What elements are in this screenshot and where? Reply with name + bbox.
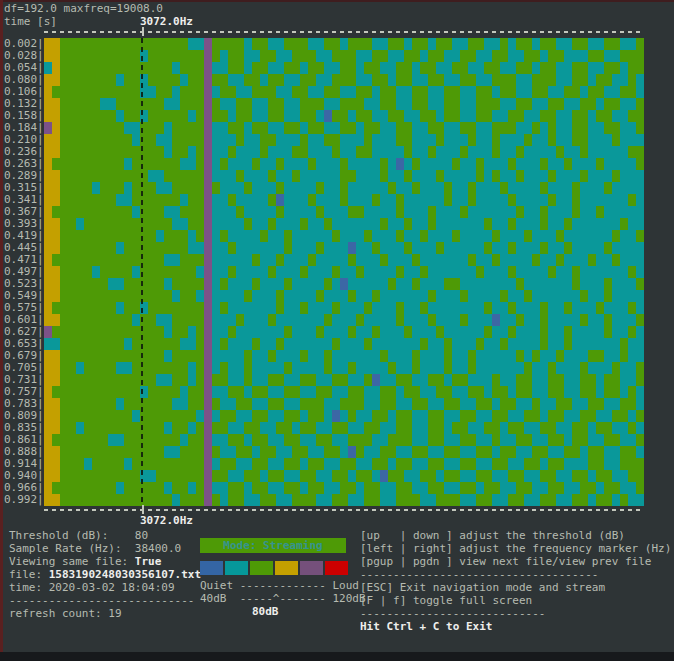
spectrogram-cell bbox=[364, 422, 372, 434]
spectrogram-cell bbox=[564, 98, 572, 110]
spectrogram-cell bbox=[340, 242, 348, 254]
spectrogram-cell bbox=[540, 350, 548, 362]
spectrogram-cell bbox=[516, 326, 524, 338]
spectrogram-cell bbox=[500, 50, 508, 62]
spectrogram-cell bbox=[564, 434, 572, 446]
spectrogram-cell bbox=[172, 74, 180, 86]
spectrogram-cell bbox=[500, 218, 508, 230]
spectrogram-cell bbox=[308, 482, 316, 494]
spectrogram-cell bbox=[364, 494, 372, 506]
spectrogram-cell bbox=[84, 230, 92, 242]
spectrogram-cell bbox=[188, 350, 196, 362]
spectrogram-cell bbox=[620, 194, 628, 206]
spectrogram-cell bbox=[324, 50, 332, 62]
spectrogram-cell bbox=[372, 386, 380, 398]
spectrogram-cell bbox=[228, 338, 236, 350]
spectrogram-cell bbox=[116, 98, 124, 110]
spectrogram-cell bbox=[524, 434, 532, 446]
spectrogram-cell bbox=[420, 158, 428, 170]
spectrogram-cell bbox=[540, 386, 548, 398]
spectrogram-cell bbox=[84, 470, 92, 482]
spectrogram-cell bbox=[564, 122, 572, 134]
spectrogram-cell bbox=[612, 350, 620, 362]
spectrogram-cell bbox=[84, 386, 92, 398]
spectrogram-cell bbox=[572, 50, 580, 62]
spectrogram-cell bbox=[148, 182, 156, 194]
spectrogram-cell bbox=[76, 470, 84, 482]
spectrogram-cell bbox=[268, 50, 276, 62]
spectrogram-cell bbox=[548, 314, 556, 326]
spectrogram-cell bbox=[412, 98, 420, 110]
spectrogram-cell bbox=[268, 458, 276, 470]
spectrogram-cell bbox=[492, 242, 500, 254]
spectrogram-cell bbox=[508, 98, 516, 110]
spectrogram-cell bbox=[460, 278, 468, 290]
spectrogram-cell bbox=[52, 110, 60, 122]
spectrogram-cell bbox=[108, 278, 116, 290]
spectrogram-cell bbox=[348, 86, 356, 98]
spectrogram-cell bbox=[84, 290, 92, 302]
spectrogram-cell bbox=[380, 266, 388, 278]
spectrogram-cell bbox=[604, 374, 612, 386]
spectrogram-cell bbox=[300, 122, 308, 134]
spectrogram-cell bbox=[212, 386, 220, 398]
spectrogram-cell bbox=[636, 170, 644, 182]
spectrogram-cell bbox=[68, 386, 76, 398]
spectrogram-row bbox=[44, 134, 644, 146]
spectrogram-cell bbox=[572, 62, 580, 74]
spectrogram-cell bbox=[284, 410, 292, 422]
spectrogram-cell bbox=[612, 242, 620, 254]
spectrogram-cell bbox=[284, 242, 292, 254]
spectrogram-cell bbox=[228, 182, 236, 194]
spectrogram-cell bbox=[100, 338, 108, 350]
spectrogram-cell bbox=[612, 158, 620, 170]
spectrogram-cell bbox=[620, 410, 628, 422]
spectrogram-cell bbox=[252, 62, 260, 74]
spectrogram-cell bbox=[260, 98, 268, 110]
spectrogram-cell bbox=[412, 254, 420, 266]
terminal-spectrogram-app[interactable]: df=192.0 maxfreq=19008.0 time [s] 3072.0… bbox=[0, 0, 674, 661]
spectrogram-cell bbox=[324, 302, 332, 314]
spectrogram-cell bbox=[612, 170, 620, 182]
spectrogram-cell bbox=[108, 62, 116, 74]
spectrogram-row bbox=[44, 38, 644, 50]
spectrogram-cell bbox=[548, 110, 556, 122]
spectrogram-cell bbox=[540, 254, 548, 266]
spectrogram-cell bbox=[636, 470, 644, 482]
spectrogram-cell bbox=[156, 122, 164, 134]
spectrogram-cell bbox=[492, 422, 500, 434]
spectrogram-cell bbox=[316, 50, 324, 62]
spectrogram-cell bbox=[132, 434, 140, 446]
spectrogram-cell bbox=[68, 74, 76, 86]
spectrogram-cell bbox=[572, 170, 580, 182]
spectrogram-cell bbox=[212, 362, 220, 374]
spectrogram-cell bbox=[500, 410, 508, 422]
spectrogram-cell bbox=[148, 362, 156, 374]
spectrogram-cell bbox=[532, 482, 540, 494]
spectrogram-cell bbox=[292, 326, 300, 338]
spectrogram-cell bbox=[308, 194, 316, 206]
spectrogram-cell bbox=[548, 302, 556, 314]
spectrogram-cell bbox=[316, 446, 324, 458]
spectrogram-cell bbox=[452, 62, 460, 74]
spectrogram-cell bbox=[356, 254, 364, 266]
spectrogram-cell bbox=[188, 194, 196, 206]
spectrogram-cell bbox=[588, 218, 596, 230]
spectrogram-cell bbox=[76, 50, 84, 62]
status-line: Threshold (dB): 80 bbox=[9, 529, 201, 542]
spectrogram-cell bbox=[60, 206, 68, 218]
spectrogram-cell bbox=[204, 170, 212, 182]
spectrogram-cell bbox=[492, 446, 500, 458]
spectrogram-cell bbox=[52, 254, 60, 266]
spectrogram-cell bbox=[380, 38, 388, 50]
spectrogram-cell bbox=[476, 230, 484, 242]
spectrogram-cell bbox=[260, 434, 268, 446]
spectrogram-cell bbox=[380, 110, 388, 122]
spectrogram-cell bbox=[180, 386, 188, 398]
spectrogram-cell bbox=[212, 398, 220, 410]
spectrogram-cell bbox=[604, 266, 612, 278]
spectrogram-cell bbox=[564, 170, 572, 182]
spectrogram-cell bbox=[180, 182, 188, 194]
spectrogram-cell bbox=[500, 362, 508, 374]
spectrogram-cell bbox=[220, 278, 228, 290]
